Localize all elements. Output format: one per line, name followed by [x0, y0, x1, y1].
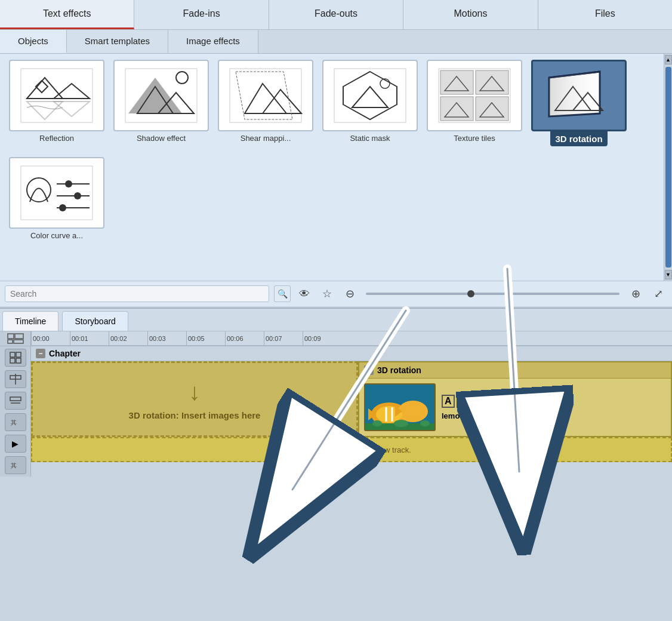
ruler-mark: 00:01: [70, 331, 109, 346]
effect-label-reflection: Reflection: [39, 134, 74, 143]
drag-track-arrow-icon: ↓: [292, 444, 297, 455]
track-info: A fx ↻ 00:05 lemon-butterflyfish-380037: [442, 395, 540, 420]
track-insert-text: 3D rotation: Insert images here: [129, 410, 261, 420]
svg-text:其: 其: [11, 419, 17, 426]
effect-thumb-3d-rotation: [531, 60, 627, 131]
tab-storyboard[interactable]: Storyboard: [62, 311, 128, 331]
chapter-header: − Chapter: [31, 346, 672, 361]
svg-rect-33: [21, 166, 93, 220]
svg-point-40: [59, 204, 66, 211]
svg-point-64: [394, 420, 408, 427]
svg-point-38: [74, 192, 81, 199]
effect-thumb-color-curve: [9, 157, 104, 229]
scrollbar-up-btn[interactable]: ▲: [665, 55, 672, 64]
track-time: 00:05: [486, 396, 508, 406]
ruler-marks: 00:00 00:01 00:02 00:03 00:05 00:06 00:0…: [31, 331, 672, 346]
svg-rect-15: [334, 69, 406, 122]
svg-rect-46: [16, 352, 21, 357]
ruler-mark: 00:07: [264, 331, 303, 346]
svg-rect-48: [16, 358, 21, 363]
tab-objects[interactable]: Objects: [0, 30, 67, 53]
tracks-area: ↓ 3D rotation: Insert images here − 3D r…: [31, 361, 672, 437]
tool-grid-icon[interactable]: [5, 349, 26, 367]
effect-3d-rotation[interactable]: 3D rotation: [528, 60, 630, 146]
track-fx-icon: fx: [458, 395, 471, 407]
chapter-collapse-btn[interactable]: −: [36, 349, 45, 358]
tool-mark-icon[interactable]: 其: [5, 456, 26, 474]
expand-icon[interactable]: ⤢: [649, 285, 667, 303]
track-thumbnail: [364, 383, 436, 431]
timeline-tab-bar: Timeline Storyboard: [0, 309, 672, 331]
effect-label-shadow: Shadow effect: [137, 134, 186, 143]
tab-fade-outs[interactable]: Fade-outs: [269, 0, 403, 29]
tool-ch-icon[interactable]: 其: [5, 413, 26, 431]
star-icon[interactable]: ☆: [318, 285, 336, 303]
timeline-tools: 其 ▶ 其: [0, 346, 31, 476]
svg-rect-41: [8, 334, 14, 339]
effect-static-mask[interactable]: Static mask: [319, 60, 421, 146]
svg-rect-51: [10, 397, 21, 401]
svg-rect-45: [10, 352, 15, 357]
ruler-mark: 00:06: [225, 331, 264, 346]
tab-smart-templates[interactable]: Smart templates: [67, 30, 168, 53]
svg-text:其: 其: [11, 462, 17, 469]
insert-arrow-icon: ↓: [189, 379, 201, 405]
effect-texture-tiles[interactable]: Texture tiles: [424, 60, 525, 146]
effect-thumb-shear: [218, 60, 313, 131]
ruler-mark: 00:05: [186, 331, 225, 346]
effect-thumb-reflection: [9, 60, 104, 131]
timeline-ruler: 00:00 00:01 00:02 00:03 00:05 00:06 00:0…: [31, 331, 672, 346]
effects-wrapper: Reflection: [0, 54, 672, 281]
track-icon-row: A fx ↻ 00:05: [442, 395, 540, 408]
tab-fade-ins[interactable]: Fade-ins: [134, 0, 269, 29]
tab-motions[interactable]: Motions: [403, 0, 538, 29]
effect-label-static-mask: Static mask: [350, 134, 390, 143]
plus-icon[interactable]: ⊕: [627, 285, 645, 303]
svg-point-59: [402, 404, 424, 419]
tool-remove-track-icon[interactable]: [5, 392, 26, 410]
svg-rect-43: [8, 340, 13, 343]
effect-thumb-static-mask: [322, 60, 418, 131]
svg-marker-32: [549, 72, 600, 116]
effect-shear[interactable]: Shear mappi...: [215, 60, 316, 146]
effect-color-curve[interactable]: Color curve a...: [6, 157, 107, 240]
tab-files[interactable]: Files: [538, 0, 672, 29]
track-text-icon: A: [442, 395, 455, 408]
effect-label-color-curve: Color curve a...: [30, 231, 83, 240]
search-button[interactable]: 🔍: [274, 285, 291, 302]
ruler-mark: 00:09: [303, 331, 341, 346]
effect-thumb-texture-tiles: [427, 60, 522, 131]
timeline-body: 其 ▶ 其 − Chapter: [0, 346, 672, 476]
effects-grid: Reflection: [6, 60, 658, 151]
track-insert-placeholder[interactable]: ↓ 3D rotation: Insert images here: [31, 361, 358, 437]
svg-rect-11: [230, 69, 301, 122]
tool-play-icon[interactable]: ▶: [5, 435, 26, 453]
effect-reflection[interactable]: Reflection: [6, 60, 107, 146]
tab-image-effects[interactable]: Image effects: [168, 30, 258, 53]
scrollbar-down-btn[interactable]: ▼: [665, 270, 672, 279]
search-input[interactable]: [5, 285, 269, 302]
svg-rect-44: [14, 340, 23, 343]
ruler-mark: 00:00: [31, 331, 70, 346]
track-3d-content: A fx ↻ 00:05 lemon-butterflyfish-380037: [359, 379, 671, 436]
tab-text-effects[interactable]: Text effects: [0, 0, 134, 29]
ruler-mark: 00:03: [147, 331, 186, 346]
track-loop-icon: ↻: [474, 395, 483, 408]
effect-shadow[interactable]: Shadow effect: [110, 60, 212, 146]
eye-icon[interactable]: 👁: [295, 285, 313, 303]
track-3d-collapse-btn[interactable]: −: [364, 365, 374, 375]
svg-point-63: [372, 420, 382, 426]
track-3d-header: − 3D rotation: [359, 362, 671, 379]
tool-add-track-icon[interactable]: [5, 370, 26, 388]
scrollbar-thumb[interactable]: [665, 67, 671, 268]
minus-icon[interactable]: ⊖: [341, 285, 359, 303]
svg-rect-47: [10, 358, 15, 363]
ruler-mark: 00:02: [109, 331, 147, 346]
effects-scrollbar[interactable]: ▲ ▼: [664, 54, 672, 281]
tab-timeline[interactable]: Timeline: [2, 311, 58, 331]
drag-new-track-area[interactable]: ↓ Drag here to create a new track.: [31, 437, 672, 462]
second-tab-bar: Objects Smart templates Image effects: [0, 30, 672, 54]
effect-label-shear: Shear mappi...: [241, 134, 291, 143]
effect-label-3d-rotation: 3D rotation: [550, 131, 607, 146]
svg-rect-42: [15, 334, 23, 339]
